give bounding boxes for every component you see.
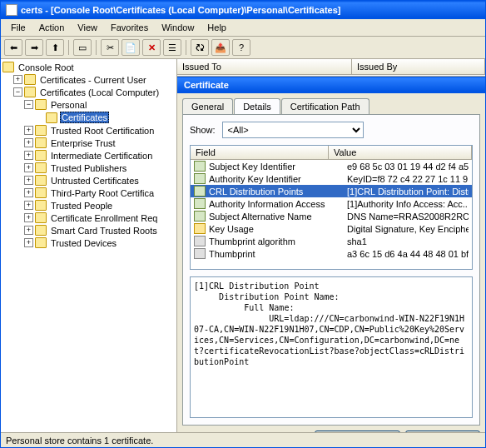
copy-to-file-button[interactable]: Copy to File... (405, 431, 480, 432)
plus-icon[interactable]: + (24, 163, 33, 172)
field-value: [1]CRL Distribution Point: Distr... (347, 187, 469, 197)
show-label: Show: (190, 125, 216, 135)
tab-strip: General Details Certification Path (177, 93, 485, 114)
menu-action[interactable]: Action (32, 21, 72, 34)
tree-third-party[interactable]: +Third-Party Root Certifica (2, 187, 175, 199)
copy-button[interactable]: 📄 (122, 39, 140, 56)
tree-console-root[interactable]: Console Root (2, 61, 175, 73)
menu-help[interactable]: Help (201, 21, 233, 34)
cut-button[interactable]: ✂ (101, 39, 119, 56)
field-name: Authority Key Identifier (209, 174, 347, 184)
tree-personal[interactable]: −Personal (2, 98, 175, 111)
tree-trusted-people[interactable]: +Trusted People (2, 199, 175, 212)
field-detail[interactable]: [1]CRL Distribution Point Distribution P… (190, 276, 473, 418)
tree-intermediate[interactable]: +Intermediate Certification (2, 149, 175, 162)
minus-icon[interactable]: − (24, 100, 33, 109)
menu-file[interactable]: File (4, 21, 32, 34)
forward-button[interactable]: ➡ (25, 39, 43, 56)
tree-trusted-devices[interactable]: +Trusted Devices (2, 236, 175, 249)
edit-properties-button[interactable]: Edit Properties... (315, 431, 400, 432)
folder-icon (35, 99, 47, 110)
field-row[interactable]: Key UsageDigital Signature, Key Encipher… (191, 222, 472, 235)
plus-icon[interactable]: + (13, 75, 22, 84)
field-row[interactable]: Authority Key IdentifierKeyID=f8 72 c4 2… (191, 172, 472, 185)
toolbar: ⬅ ➡ ⬆ ▭ ✂ 📄 ✕ ☰ 🗘 📤 ? (1, 37, 485, 59)
tree-untrusted[interactable]: +Untrusted Certificates (2, 174, 175, 187)
folder-icon (35, 212, 47, 223)
col-issued-to[interactable]: Issued To (177, 59, 352, 74)
title-bar: certs - [Console Root\Certificates (Loca… (1, 1, 485, 19)
plus-icon[interactable]: + (24, 238, 33, 247)
dialog-title: Certificate (177, 77, 485, 93)
tab-details[interactable]: Details (234, 98, 280, 114)
field-icon (194, 186, 206, 197)
menu-favorites[interactable]: Favorites (104, 21, 155, 34)
col-value[interactable]: Value (329, 146, 472, 159)
cert-store-icon (24, 74, 36, 85)
window-title: certs - [Console Root\Certificates (Loca… (21, 5, 340, 15)
plus-icon[interactable]: + (24, 188, 33, 197)
plus-icon[interactable]: + (24, 126, 33, 135)
menu-bar: File Action View Favorites Window Help (1, 19, 485, 37)
field-row[interactable]: Subject Key Identifiere9 68 5c 03 01 19 … (191, 160, 472, 172)
tree-trusted-root[interactable]: +Trusted Root Certification (2, 124, 175, 137)
tree-enrollment[interactable]: +Certificate Enrollment Req (2, 212, 175, 224)
folder-icon (35, 162, 47, 173)
menu-window[interactable]: Window (155, 21, 201, 34)
help-button[interactable]: ? (232, 39, 250, 56)
field-row[interactable]: Authority Information Access[1]Authority… (191, 197, 472, 210)
field-value: KeyID=f8 72 c4 22 27 1c 11 9... (347, 174, 469, 184)
back-button[interactable]: ⬅ (4, 39, 22, 56)
plus-icon[interactable]: + (24, 138, 33, 147)
field-value: [1]Authority Info Access: Acc... (347, 199, 469, 209)
field-row[interactable]: Thumbprint algorithmsha1 (191, 235, 472, 247)
menu-view[interactable]: View (71, 21, 104, 34)
tree-certificates[interactable]: Certificates (2, 111, 175, 124)
plus-icon[interactable]: + (24, 151, 33, 160)
plus-icon[interactable]: + (24, 226, 33, 235)
field-name: Thumbprint (209, 249, 347, 259)
field-icon (194, 236, 206, 246)
folder-icon (2, 62, 14, 72)
tree-smart-card[interactable]: +Smart Card Trusted Roots (2, 224, 175, 236)
col-issued-by[interactable]: Issued By (352, 59, 485, 74)
field-value: sha1 (347, 236, 469, 246)
refresh-button[interactable]: 🗘 (191, 39, 209, 56)
field-row[interactable]: Thumbprinta3 6c 15 d6 4a 44 48 48 01 bf … (191, 247, 472, 260)
export-button[interactable]: 📤 (211, 39, 230, 56)
field-icon (194, 173, 206, 184)
minus-icon[interactable]: − (13, 87, 22, 97)
plus-icon[interactable]: + (24, 213, 33, 222)
delete-button[interactable]: ✕ (142, 39, 161, 56)
field-icon (194, 223, 206, 234)
field-icon (194, 211, 206, 222)
status-bar: Personal store contains 1 certificate. (1, 432, 485, 448)
tab-general[interactable]: General (182, 98, 233, 114)
plus-icon[interactable]: + (24, 176, 33, 185)
field-row[interactable]: CRL Distribution Points[1]CRL Distributi… (191, 185, 472, 197)
field-list[interactable]: Field Value Subject Key Identifiere9 68 … (190, 145, 473, 270)
tree-enterprise-trust[interactable]: +Enterprise Trust (2, 137, 175, 149)
folder-icon (35, 175, 47, 186)
tree-certs-local-computer[interactable]: −Certificates (Local Computer) (2, 86, 175, 98)
tree-certs-current-user[interactable]: +Certificates - Current User (2, 73, 175, 86)
properties-button[interactable]: ☰ (163, 39, 181, 56)
tab-cert-path[interactable]: Certification Path (281, 98, 369, 114)
folder-icon (35, 187, 47, 198)
plus-icon[interactable]: + (24, 201, 33, 210)
status-text: Personal store contains 1 certificate. (6, 436, 153, 446)
field-value: DNS Name=RRAS2008R2RC.c... (347, 212, 469, 222)
tree-view[interactable]: Console Root +Certificates - Current Use… (1, 59, 177, 432)
col-field[interactable]: Field (191, 146, 329, 159)
show-select[interactable]: <All> (222, 122, 364, 138)
folder-icon (35, 125, 47, 136)
show-hide-button[interactable]: ▭ (73, 39, 92, 56)
field-name: Subject Key Identifier (209, 162, 347, 172)
cert-list-header: Issued To Issued By (177, 59, 485, 75)
field-value: Digital Signature, Key Encipher... (347, 224, 469, 234)
up-button[interactable]: ⬆ (46, 39, 64, 56)
certificate-dialog: Certificate General Details Certificatio… (177, 76, 485, 432)
tree-trusted-publishers[interactable]: +Trusted Publishers (2, 162, 175, 174)
field-icon (194, 161, 206, 172)
field-row[interactable]: Subject Alternative NameDNS Name=RRAS200… (191, 210, 472, 222)
